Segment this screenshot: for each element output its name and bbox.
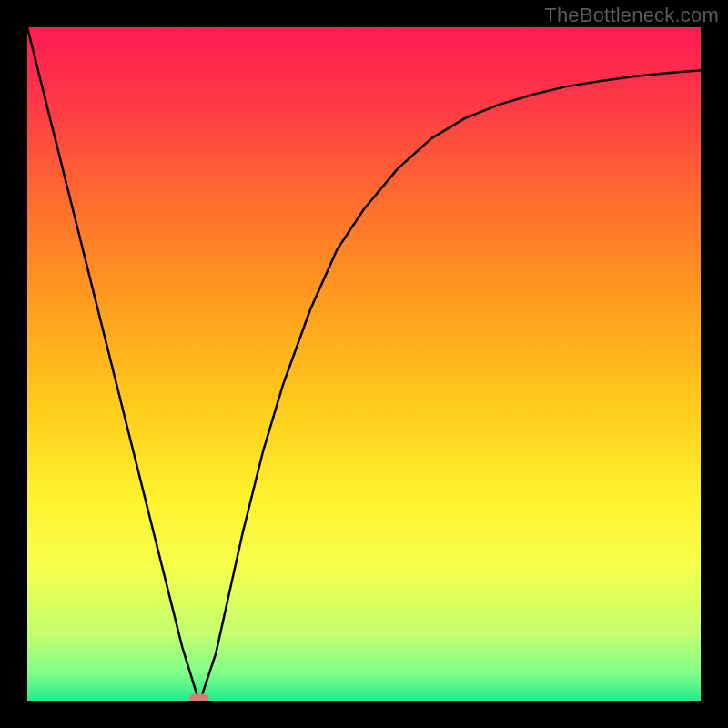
optimal-point-marker [189, 694, 209, 702]
gradient-background [27, 27, 701, 701]
plot-area [27, 27, 701, 701]
attribution-text: TheBottleneck.com [544, 4, 719, 27]
chart-frame: TheBottleneck.com [0, 0, 728, 728]
chart-svg [27, 27, 701, 701]
